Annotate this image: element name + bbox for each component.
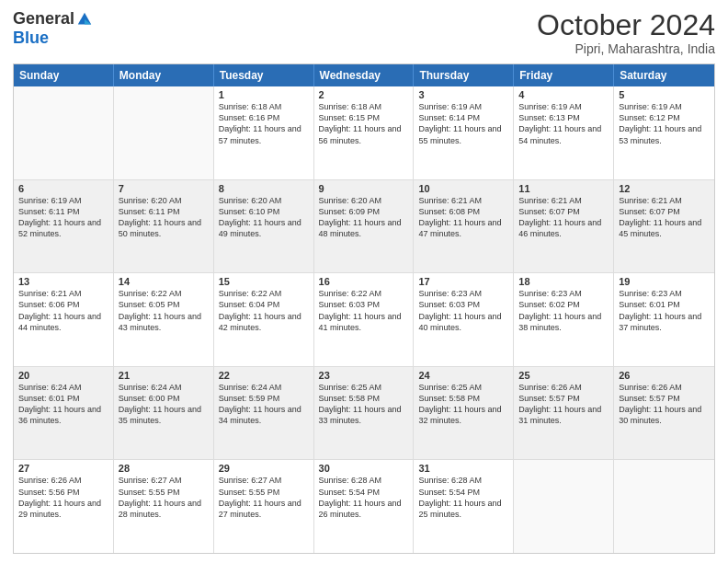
header-day-saturday: Saturday (614, 64, 714, 86)
logo-general-text: General (13, 9, 74, 29)
day-number: 11 (518, 183, 609, 194)
header: General Blue October 2024 Pipri, Maharas… (13, 9, 715, 56)
cell-content: Sunrise: 6:19 AM Sunset: 6:12 PM Dayligh… (619, 101, 710, 146)
cell-content: Sunrise: 6:19 AM Sunset: 6:13 PM Dayligh… (518, 101, 609, 146)
header-day-sunday: Sunday (14, 64, 114, 86)
day-number: 18 (518, 276, 609, 287)
cal-cell: 27Sunrise: 6:26 AM Sunset: 5:56 PM Dayli… (14, 460, 114, 553)
logo-icon (76, 11, 93, 28)
header-day-tuesday: Tuesday (214, 64, 314, 86)
cell-content: Sunrise: 6:26 AM Sunset: 5:56 PM Dayligh… (18, 475, 108, 520)
day-number: 22 (219, 370, 309, 381)
cal-cell: 20Sunrise: 6:24 AM Sunset: 6:01 PM Dayli… (14, 367, 114, 460)
header-day-monday: Monday (114, 64, 214, 86)
cal-cell: 22Sunrise: 6:24 AM Sunset: 5:59 PM Dayli… (214, 367, 314, 460)
cell-content: Sunrise: 6:21 AM Sunset: 6:08 PM Dayligh… (418, 195, 508, 240)
day-number: 28 (119, 463, 209, 474)
cell-content: Sunrise: 6:25 AM Sunset: 5:58 PM Dayligh… (418, 382, 508, 427)
cal-cell: 21Sunrise: 6:24 AM Sunset: 6:00 PM Dayli… (114, 367, 214, 460)
logo-blue-text: Blue (13, 29, 49, 48)
header-day-friday: Friday (514, 64, 614, 86)
cal-cell: 14Sunrise: 6:22 AM Sunset: 6:05 PM Dayli… (114, 273, 214, 366)
cell-content: Sunrise: 6:26 AM Sunset: 5:57 PM Dayligh… (619, 382, 710, 427)
cell-content: Sunrise: 6:22 AM Sunset: 6:04 PM Dayligh… (219, 288, 309, 333)
calendar-row-4: 27Sunrise: 6:26 AM Sunset: 5:56 PM Dayli… (14, 459, 714, 553)
cal-cell: 16Sunrise: 6:22 AM Sunset: 6:03 PM Dayli… (314, 273, 415, 366)
cell-content: Sunrise: 6:18 AM Sunset: 6:15 PM Dayligh… (319, 101, 409, 146)
day-number: 7 (119, 183, 209, 194)
calendar-row-2: 13Sunrise: 6:21 AM Sunset: 6:06 PM Dayli… (14, 272, 714, 366)
cell-content: Sunrise: 6:23 AM Sunset: 6:01 PM Dayligh… (619, 288, 710, 333)
day-number: 31 (418, 463, 508, 474)
page: General Blue October 2024 Pipri, Maharas… (0, 0, 728, 563)
cal-cell (114, 86, 214, 179)
day-number: 15 (219, 276, 309, 287)
day-number: 12 (619, 183, 710, 194)
cal-cell: 12Sunrise: 6:21 AM Sunset: 6:07 PM Dayli… (614, 180, 714, 273)
logo: General Blue (13, 9, 93, 48)
day-number: 4 (518, 89, 609, 100)
day-number: 24 (418, 370, 508, 381)
cal-cell: 31Sunrise: 6:28 AM Sunset: 5:54 PM Dayli… (414, 460, 514, 553)
cal-cell: 8Sunrise: 6:20 AM Sunset: 6:10 PM Daylig… (214, 180, 314, 273)
cal-cell: 24Sunrise: 6:25 AM Sunset: 5:58 PM Dayli… (414, 367, 514, 460)
month-title: October 2024 (537, 9, 715, 41)
day-number: 8 (219, 183, 309, 194)
cal-cell: 13Sunrise: 6:21 AM Sunset: 6:06 PM Dayli… (14, 273, 114, 366)
cell-content: Sunrise: 6:28 AM Sunset: 5:54 PM Dayligh… (418, 475, 508, 520)
cal-cell: 4Sunrise: 6:19 AM Sunset: 6:13 PM Daylig… (514, 86, 614, 179)
cal-cell: 17Sunrise: 6:23 AM Sunset: 6:03 PM Dayli… (414, 273, 514, 366)
cell-content: Sunrise: 6:23 AM Sunset: 6:03 PM Dayligh… (418, 288, 508, 333)
day-number: 3 (418, 89, 508, 100)
day-number: 2 (319, 89, 409, 100)
cell-content: Sunrise: 6:22 AM Sunset: 6:03 PM Dayligh… (319, 288, 409, 333)
day-number: 25 (518, 370, 609, 381)
cell-content: Sunrise: 6:21 AM Sunset: 6:07 PM Dayligh… (518, 195, 609, 240)
cal-cell: 18Sunrise: 6:23 AM Sunset: 6:02 PM Dayli… (514, 273, 614, 366)
cell-content: Sunrise: 6:28 AM Sunset: 5:54 PM Dayligh… (319, 475, 409, 520)
calendar: SundayMondayTuesdayWednesdayThursdayFrid… (13, 63, 715, 554)
cal-cell: 15Sunrise: 6:22 AM Sunset: 6:04 PM Dayli… (214, 273, 314, 366)
cal-cell: 6Sunrise: 6:19 AM Sunset: 6:11 PM Daylig… (14, 180, 114, 273)
cell-content: Sunrise: 6:20 AM Sunset: 6:10 PM Dayligh… (219, 195, 309, 240)
cell-content: Sunrise: 6:27 AM Sunset: 5:55 PM Dayligh… (119, 475, 209, 520)
cal-cell: 19Sunrise: 6:23 AM Sunset: 6:01 PM Dayli… (614, 273, 714, 366)
calendar-row-0: 1Sunrise: 6:18 AM Sunset: 6:16 PM Daylig… (14, 86, 714, 179)
cal-cell: 1Sunrise: 6:18 AM Sunset: 6:16 PM Daylig… (214, 86, 314, 179)
cell-content: Sunrise: 6:24 AM Sunset: 5:59 PM Dayligh… (219, 382, 309, 427)
cal-cell: 11Sunrise: 6:21 AM Sunset: 6:07 PM Dayli… (514, 180, 614, 273)
day-number: 17 (418, 276, 508, 287)
cell-content: Sunrise: 6:19 AM Sunset: 6:14 PM Dayligh… (418, 101, 508, 146)
cal-cell (14, 86, 114, 179)
day-number: 9 (319, 183, 409, 194)
cal-cell: 25Sunrise: 6:26 AM Sunset: 5:57 PM Dayli… (514, 367, 614, 460)
cell-content: Sunrise: 6:22 AM Sunset: 6:05 PM Dayligh… (119, 288, 209, 333)
day-number: 20 (18, 370, 108, 381)
day-number: 23 (319, 370, 409, 381)
day-number: 30 (319, 463, 409, 474)
cal-cell: 23Sunrise: 6:25 AM Sunset: 5:58 PM Dayli… (314, 367, 415, 460)
cell-content: Sunrise: 6:23 AM Sunset: 6:02 PM Dayligh… (518, 288, 609, 333)
cell-content: Sunrise: 6:25 AM Sunset: 5:58 PM Dayligh… (319, 382, 409, 427)
cal-cell: 3Sunrise: 6:19 AM Sunset: 6:14 PM Daylig… (414, 86, 514, 179)
cell-content: Sunrise: 6:19 AM Sunset: 6:11 PM Dayligh… (18, 195, 108, 240)
cell-content: Sunrise: 6:21 AM Sunset: 6:06 PM Dayligh… (18, 288, 108, 333)
calendar-row-1: 6Sunrise: 6:19 AM Sunset: 6:11 PM Daylig… (14, 179, 714, 273)
calendar-row-3: 20Sunrise: 6:24 AM Sunset: 6:01 PM Dayli… (14, 366, 714, 460)
cal-cell: 7Sunrise: 6:20 AM Sunset: 6:11 PM Daylig… (114, 180, 214, 273)
cell-content: Sunrise: 6:20 AM Sunset: 6:09 PM Dayligh… (319, 195, 409, 240)
cal-cell: 10Sunrise: 6:21 AM Sunset: 6:08 PM Dayli… (414, 180, 514, 273)
cal-cell (614, 460, 714, 553)
cal-cell: 28Sunrise: 6:27 AM Sunset: 5:55 PM Dayli… (114, 460, 214, 553)
day-number: 13 (18, 276, 108, 287)
day-number: 1 (219, 89, 309, 100)
header-day-thursday: Thursday (414, 64, 514, 86)
cal-cell: 30Sunrise: 6:28 AM Sunset: 5:54 PM Dayli… (314, 460, 415, 553)
cell-content: Sunrise: 6:21 AM Sunset: 6:07 PM Dayligh… (619, 195, 710, 240)
day-number: 10 (418, 183, 508, 194)
cell-content: Sunrise: 6:18 AM Sunset: 6:16 PM Dayligh… (219, 101, 309, 146)
day-number: 26 (619, 370, 710, 381)
cal-cell: 5Sunrise: 6:19 AM Sunset: 6:12 PM Daylig… (614, 86, 714, 179)
day-number: 16 (319, 276, 409, 287)
title-section: October 2024 Pipri, Maharashtra, India (537, 9, 715, 56)
